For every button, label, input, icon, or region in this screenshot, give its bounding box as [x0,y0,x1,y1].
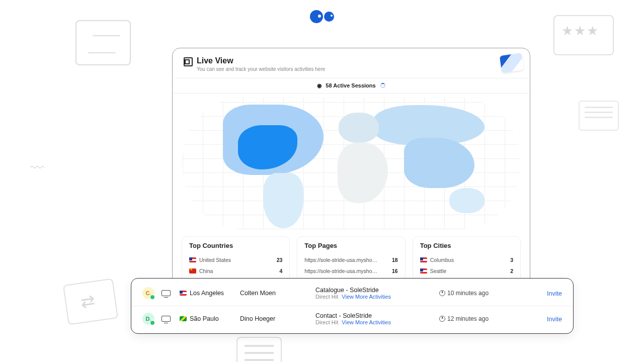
world-map[interactable] [183,98,520,229]
laptop-icon [162,290,171,296]
sessions-bar: ◉ 58 Active Sessions [173,78,530,94]
sessions-count: 58 Active Sessions [326,82,375,88]
flag-icon [180,291,187,296]
page-row[interactable]: https://sole-stride-usa.myshopify.com/ 1… [304,265,397,277]
city-row[interactable]: Seattle 2 [420,265,513,277]
decoration-list-bubble [236,337,282,362]
flag-icon [420,268,427,274]
activity-row: D. São Paulo Dino Hoeger Contact - SoleS… [131,306,573,331]
view-more-activities-link[interactable]: View More Activities [342,294,391,300]
visited-page: Contact - SoleStride [315,312,439,319]
top-pages-title: Top Pages [304,242,397,249]
visitor-avatar[interactable]: D. [142,313,154,325]
top-countries-title: Top Countries [189,242,282,249]
flag-icon [420,257,427,262]
traffic-source: Direct Hit [315,294,338,300]
visitor-name: Colten Moen [240,290,315,297]
card-subtitle: You can see and track your website visit… [197,66,325,72]
top-cities-title: Top Cities [420,242,513,249]
invite-button[interactable]: Invite [547,290,562,297]
activity-panel: C. Los Angeles Colten Moen Catalogue - S… [131,278,574,334]
top-cities-card: Top Cities Columbus 3 Seattle 2 [413,236,521,282]
decoration-wave [30,151,55,171]
activity-row: C. Los Angeles Colten Moen Catalogue - S… [131,281,573,306]
target-icon: ◉ [317,82,322,88]
visitor-city: São Paulo [190,315,219,322]
traffic-source: Direct Hit [315,319,338,325]
country-row[interactable]: United States 23 [189,254,282,265]
app-logo [310,10,334,23]
invite-button[interactable]: Invite [547,316,562,323]
top-countries-card: Top Countries United States 23 China 4 [182,236,290,282]
visitor-name: Dino Hoeger [240,315,315,322]
visitor-city: Los Angeles [190,290,224,297]
page-row[interactable]: https://sole-stride-usa.myshopify.com/p.… [304,254,397,265]
decorative-illustration [500,53,524,73]
city-row[interactable]: Columbus 3 [420,254,513,265]
country-row[interactable]: China 4 [189,265,282,277]
activity-time: 10 minutes ago [447,290,489,297]
decoration-chart-bubble [75,20,131,65]
visitor-avatar[interactable]: C. [142,287,154,299]
view-more-activities-link[interactable]: View More Activities [342,319,391,325]
activity-time: 12 minutes ago [447,315,489,322]
decoration-lines-bubble [579,101,619,131]
building-icon [184,57,193,66]
top-pages-card: Top Pages https://sole-stride-usa.myshop… [297,236,405,282]
visited-page: Catalogue - SoleStride [315,287,439,294]
decoration-arrows-bubble [63,278,118,325]
decoration-rating-bubble [553,15,614,55]
laptop-icon [162,316,171,322]
clock-icon [439,290,445,296]
loading-spinner-icon [380,83,385,88]
flag-icon [189,257,196,262]
card-title: Live View [197,56,325,65]
flag-icon [189,268,196,274]
flag-icon [180,316,187,321]
clock-icon [439,316,445,322]
